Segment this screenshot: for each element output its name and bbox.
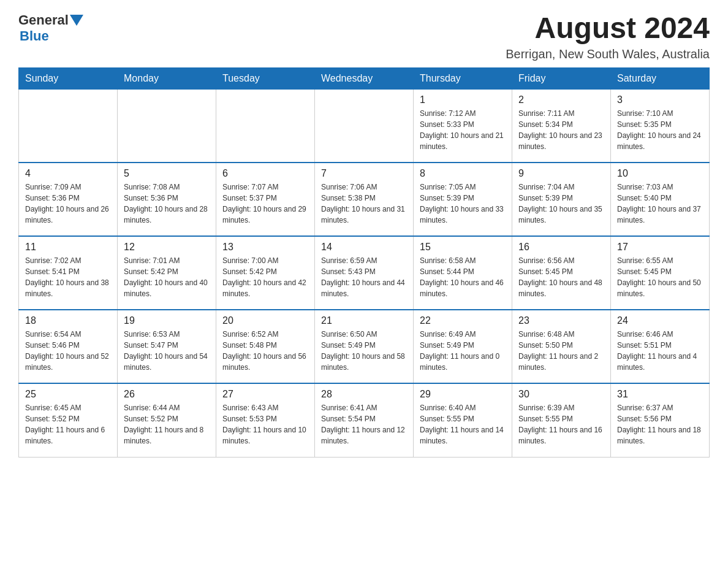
- calendar-cell: 26Sunrise: 6:44 AMSunset: 5:52 PMDayligh…: [118, 383, 216, 457]
- day-number: 9: [518, 168, 604, 179]
- day-number: 30: [518, 389, 604, 400]
- logo-triangle-icon: [70, 15, 83, 26]
- day-info: Sunrise: 6:40 AMSunset: 5:55 PMDaylight:…: [420, 402, 506, 446]
- day-info: Sunrise: 7:01 AMSunset: 5:42 PMDaylight:…: [124, 255, 210, 299]
- calendar-cell: 29Sunrise: 6:40 AMSunset: 5:55 PMDayligh…: [414, 383, 512, 457]
- day-info: Sunrise: 6:50 AMSunset: 5:49 PMDaylight:…: [321, 329, 407, 373]
- day-info: Sunrise: 6:48 AMSunset: 5:50 PMDaylight:…: [518, 329, 604, 373]
- day-number: 31: [617, 389, 703, 400]
- calendar-cell: 13Sunrise: 7:00 AMSunset: 5:42 PMDayligh…: [216, 236, 315, 310]
- calendar-week-row: 25Sunrise: 6:45 AMSunset: 5:52 PMDayligh…: [19, 383, 710, 457]
- day-info: Sunrise: 6:56 AMSunset: 5:45 PMDaylight:…: [518, 255, 604, 299]
- calendar-cell: 25Sunrise: 6:45 AMSunset: 5:52 PMDayligh…: [19, 383, 118, 457]
- calendar-cell: 24Sunrise: 6:46 AMSunset: 5:51 PMDayligh…: [611, 310, 710, 383]
- calendar-week-row: 18Sunrise: 6:54 AMSunset: 5:46 PMDayligh…: [19, 310, 710, 383]
- day-number: 10: [617, 168, 703, 179]
- day-info: Sunrise: 6:37 AMSunset: 5:56 PMDaylight:…: [617, 402, 703, 446]
- day-number: 16: [518, 242, 604, 253]
- main-title: August 2024: [506, 12, 710, 45]
- day-number: 20: [222, 315, 308, 326]
- day-number: 3: [617, 94, 703, 105]
- day-number: 7: [321, 168, 407, 179]
- day-info: Sunrise: 7:08 AMSunset: 5:36 PMDaylight:…: [124, 182, 210, 226]
- subtitle: Berrigan, New South Wales, Australia: [506, 47, 710, 61]
- day-number: 26: [124, 389, 210, 400]
- day-number: 5: [124, 168, 210, 179]
- calendar-week-row: 4Sunrise: 7:09 AMSunset: 5:36 PMDaylight…: [19, 163, 710, 236]
- day-info: Sunrise: 6:39 AMSunset: 5:55 PMDaylight:…: [518, 402, 604, 446]
- header: General Blue August 2024 Berrigan, New S…: [18, 12, 710, 61]
- calendar-week-row: 11Sunrise: 7:02 AMSunset: 5:41 PMDayligh…: [19, 236, 710, 310]
- day-number: 17: [617, 242, 703, 253]
- day-number: 1: [420, 94, 506, 105]
- day-info: Sunrise: 7:10 AMSunset: 5:35 PMDaylight:…: [617, 108, 703, 152]
- day-number: 25: [25, 389, 111, 400]
- calendar-cell: 21Sunrise: 6:50 AMSunset: 5:49 PMDayligh…: [315, 310, 414, 383]
- day-number: 23: [518, 315, 604, 326]
- day-number: 13: [222, 242, 308, 253]
- day-info: Sunrise: 7:07 AMSunset: 5:37 PMDaylight:…: [222, 182, 308, 226]
- day-header-friday: Friday: [512, 67, 611, 89]
- calendar-cell: [315, 89, 414, 163]
- day-info: Sunrise: 7:02 AMSunset: 5:41 PMDaylight:…: [25, 255, 111, 299]
- svg-marker-0: [70, 15, 83, 26]
- calendar-cell: 15Sunrise: 6:58 AMSunset: 5:44 PMDayligh…: [414, 236, 512, 310]
- day-number: 29: [420, 389, 506, 400]
- day-info: Sunrise: 6:46 AMSunset: 5:51 PMDaylight:…: [617, 329, 703, 373]
- calendar-cell: 11Sunrise: 7:02 AMSunset: 5:41 PMDayligh…: [19, 236, 118, 310]
- calendar-cell: 9Sunrise: 7:04 AMSunset: 5:39 PMDaylight…: [512, 163, 611, 236]
- day-number: 12: [124, 242, 210, 253]
- day-header-thursday: Thursday: [414, 67, 512, 89]
- day-number: 8: [420, 168, 506, 179]
- day-number: 2: [518, 94, 604, 105]
- day-number: 27: [222, 389, 308, 400]
- day-header-sunday: Sunday: [19, 67, 118, 89]
- day-number: 22: [420, 315, 506, 326]
- day-info: Sunrise: 6:44 AMSunset: 5:52 PMDaylight:…: [124, 402, 210, 446]
- day-info: Sunrise: 6:49 AMSunset: 5:49 PMDaylight:…: [420, 329, 506, 373]
- day-info: Sunrise: 6:52 AMSunset: 5:48 PMDaylight:…: [222, 329, 308, 373]
- calendar-cell: [19, 89, 118, 163]
- calendar-cell: 19Sunrise: 6:53 AMSunset: 5:47 PMDayligh…: [118, 310, 216, 383]
- day-header-monday: Monday: [118, 67, 216, 89]
- calendar-cell: 12Sunrise: 7:01 AMSunset: 5:42 PMDayligh…: [118, 236, 216, 310]
- day-info: Sunrise: 6:41 AMSunset: 5:54 PMDaylight:…: [321, 402, 407, 446]
- logo-blue-text: Blue: [20, 28, 49, 44]
- calendar-cell: 17Sunrise: 6:55 AMSunset: 5:45 PMDayligh…: [611, 236, 710, 310]
- day-number: 28: [321, 389, 407, 400]
- day-number: 18: [25, 315, 111, 326]
- calendar-cell: 7Sunrise: 7:06 AMSunset: 5:38 PMDaylight…: [315, 163, 414, 236]
- day-info: Sunrise: 6:53 AMSunset: 5:47 PMDaylight:…: [124, 329, 210, 373]
- day-info: Sunrise: 7:05 AMSunset: 5:39 PMDaylight:…: [420, 182, 506, 226]
- calendar-header-row: SundayMondayTuesdayWednesdayThursdayFrid…: [19, 67, 710, 89]
- day-number: 11: [25, 242, 111, 253]
- day-info: Sunrise: 7:06 AMSunset: 5:38 PMDaylight:…: [321, 182, 407, 226]
- calendar-cell: 28Sunrise: 6:41 AMSunset: 5:54 PMDayligh…: [315, 383, 414, 457]
- day-info: Sunrise: 6:54 AMSunset: 5:46 PMDaylight:…: [25, 329, 111, 373]
- calendar-cell: 16Sunrise: 6:56 AMSunset: 5:45 PMDayligh…: [512, 236, 611, 310]
- day-info: Sunrise: 6:43 AMSunset: 5:53 PMDaylight:…: [222, 402, 308, 446]
- calendar-week-row: 1Sunrise: 7:12 AMSunset: 5:33 PMDaylight…: [19, 89, 710, 163]
- calendar-cell: 2Sunrise: 7:11 AMSunset: 5:34 PMDaylight…: [512, 89, 611, 163]
- day-number: 6: [222, 168, 308, 179]
- day-number: 24: [617, 315, 703, 326]
- logo-general-text: General: [18, 12, 69, 28]
- day-info: Sunrise: 7:04 AMSunset: 5:39 PMDaylight:…: [518, 182, 604, 226]
- day-info: Sunrise: 6:59 AMSunset: 5:43 PMDaylight:…: [321, 255, 407, 299]
- day-number: 19: [124, 315, 210, 326]
- calendar-cell: 31Sunrise: 6:37 AMSunset: 5:56 PMDayligh…: [611, 383, 710, 457]
- day-info: Sunrise: 6:45 AMSunset: 5:52 PMDaylight:…: [25, 402, 111, 446]
- day-number: 4: [25, 168, 111, 179]
- day-info: Sunrise: 7:03 AMSunset: 5:40 PMDaylight:…: [617, 182, 703, 226]
- calendar-cell: 18Sunrise: 6:54 AMSunset: 5:46 PMDayligh…: [19, 310, 118, 383]
- title-area: August 2024 Berrigan, New South Wales, A…: [506, 12, 710, 61]
- calendar-cell: 20Sunrise: 6:52 AMSunset: 5:48 PMDayligh…: [216, 310, 315, 383]
- calendar-cell: 27Sunrise: 6:43 AMSunset: 5:53 PMDayligh…: [216, 383, 315, 457]
- day-info: Sunrise: 7:11 AMSunset: 5:34 PMDaylight:…: [518, 108, 604, 152]
- day-header-tuesday: Tuesday: [216, 67, 315, 89]
- calendar-cell: 3Sunrise: 7:10 AMSunset: 5:35 PMDaylight…: [611, 89, 710, 163]
- calendar-cell: [216, 89, 315, 163]
- calendar-cell: 8Sunrise: 7:05 AMSunset: 5:39 PMDaylight…: [414, 163, 512, 236]
- day-info: Sunrise: 6:55 AMSunset: 5:45 PMDaylight:…: [617, 255, 703, 299]
- calendar-cell: 22Sunrise: 6:49 AMSunset: 5:49 PMDayligh…: [414, 310, 512, 383]
